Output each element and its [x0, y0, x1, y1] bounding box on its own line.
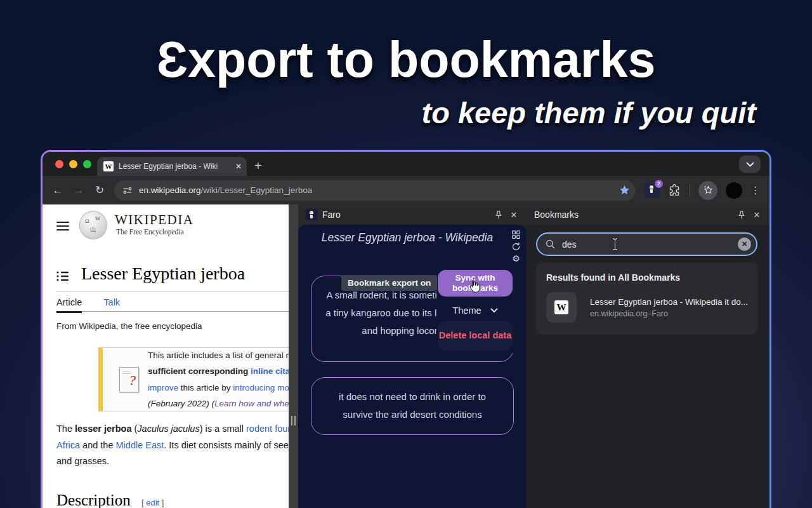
delete-local-data-button[interactable]: Delete local data [438, 321, 513, 351]
result-title: Lesser Egyptian jerboa - Wikipedia it do… [590, 297, 747, 307]
result-favicon-tile: W [546, 292, 577, 323]
faro-toolbar: ⚙ [511, 230, 521, 263]
chevron-down-icon [490, 308, 498, 313]
forward-button[interactable]: → [72, 184, 85, 197]
ibeam-cursor-icon [612, 237, 619, 251]
profile-avatar[interactable] [726, 182, 742, 199]
edit-section-link[interactable]: [ edit ] [141, 498, 164, 507]
zoom-window-button[interactable] [83, 160, 91, 168]
search-icon [545, 239, 556, 250]
tab-list-chevron-button[interactable] [739, 156, 761, 173]
site-info-icon[interactable] [122, 185, 133, 196]
wikipedia-page: ΩW山 WIKIPEDIA The Free Encyclopedia Less… [43, 204, 289, 508]
notice-text: This article includes a list of general … [148, 347, 289, 412]
tab-strip: W Lesser Egyptian jerboa - Wiki ✕ + [43, 152, 769, 176]
sync-refresh-icon[interactable] [511, 242, 521, 251]
bookmarks-panel-title: Bookmarks [534, 210, 731, 220]
article-title: Lesser Egyptian jerboa [81, 264, 245, 284]
bookmarks-panel-header: Bookmarks ✕ [527, 204, 769, 225]
pin-icon[interactable] [494, 210, 504, 220]
contents-list-icon[interactable] [56, 271, 69, 282]
bookmark-result-item[interactable]: W Lesser Egyptian jerboa - Wikipedia it … [546, 292, 747, 323]
bookmarks-panel-body: des ✕ Results found in All Bookmarks W L… [527, 225, 769, 508]
wikipedia-wordmark[interactable]: WIKIPEDIA [115, 212, 193, 228]
faro-panel-title: Faro [322, 210, 488, 220]
back-button[interactable]: ← [51, 184, 64, 197]
article-lead-paragraph: The lesser jerboa (Jaculus jaculus) is a… [56, 421, 289, 470]
minimize-window-button[interactable] [69, 160, 77, 168]
browser-menu-button[interactable]: ⋮ [750, 184, 761, 196]
side-panel-resize-divider[interactable] [289, 204, 298, 508]
settings-gear-icon[interactable]: ⚙ [512, 254, 520, 263]
wikipedia-tagline: The Free Encyclopedia [116, 228, 184, 236]
faro-extension-icon[interactable]: 2 [644, 182, 660, 198]
faro-page-title: Lesser Egyptian jerboa - Wikipedia [321, 229, 494, 246]
extensions-puzzle-icon[interactable] [668, 184, 681, 197]
faro-app-icon [306, 209, 317, 220]
search-value: des [562, 239, 731, 250]
extension-badge: 2 [655, 180, 663, 188]
hand-cursor-icon [467, 279, 481, 294]
browser-tab[interactable]: W Lesser Egyptian jerboa - Wiki ✕ [97, 157, 247, 176]
close-panel-icon[interactable]: ✕ [752, 210, 762, 220]
clear-search-button[interactable]: ✕ [738, 237, 751, 251]
close-window-button[interactable] [55, 160, 63, 168]
url-text: en.wikipedia.org/wiki/Lesser_Egyptian_je… [139, 185, 312, 195]
new-tab-button[interactable]: + [254, 157, 262, 175]
toolbar-separator [690, 184, 690, 197]
side-panel-star-button[interactable] [698, 181, 717, 200]
theme-menu-item[interactable]: Theme [436, 303, 514, 318]
tab-close-icon[interactable]: ✕ [235, 162, 242, 171]
wikipedia-favicon-icon: W [103, 161, 114, 171]
results-heading: Results found in All Bookmarks [546, 272, 747, 283]
wikipedia-favicon-icon: W [554, 300, 568, 314]
cards-grid-icon[interactable] [511, 230, 521, 239]
pin-icon[interactable] [737, 210, 747, 220]
tab-article[interactable]: Article [56, 297, 82, 313]
traffic-lights [55, 160, 91, 168]
bookmarks-search-input[interactable]: des ✕ [536, 232, 757, 256]
section-heading: Description [56, 491, 131, 508]
bookmarks-side-panel: Bookmarks ✕ des ✕ Results found in All B… [527, 204, 769, 508]
hero-title: Ɛxport to bookmarks [0, 30, 812, 89]
close-panel-icon[interactable]: ✕ [509, 210, 519, 220]
faro-panel-header: Faro ✕ [298, 204, 527, 225]
heading-rule [56, 291, 289, 292]
note-card[interactable]: it does not need to drink in order to su… [311, 377, 514, 435]
tab-talk[interactable]: Talk [103, 297, 120, 311]
question-mark-document-icon: ? [119, 367, 139, 392]
lighthouse-icon [650, 185, 653, 193]
search-results-card: Results found in All Bookmarks W Lesser … [536, 263, 757, 335]
citation-notice-box: ? This article includes a list of genera… [98, 347, 289, 411]
sparkle-star-icon [703, 185, 714, 196]
browser-window: W Lesser Egyptian jerboa - Wiki ✕ + ← → … [41, 150, 771, 508]
hero-subtitle: to keep them if you quit [422, 95, 756, 130]
reload-button[interactable]: ↻ [93, 184, 106, 197]
bookmark-star-icon[interactable] [619, 184, 631, 196]
hamburger-menu-icon[interactable] [56, 222, 69, 231]
result-url: en.wikipedia.org–Faro [590, 309, 747, 318]
faro-panel-body: Lesser Egyptian jerboa - Wikipedia ⚙ A s… [298, 225, 527, 508]
wikipedia-globe-logo[interactable]: ΩW山 [79, 211, 107, 239]
chevron-down-icon [746, 162, 754, 167]
bookmark-export-tooltip: Bookmark export on [341, 275, 437, 291]
browser-toolbar: ← → ↻ en.wikipedia.org/wiki/Lesser_Egypt… [43, 176, 769, 204]
tab-title: Lesser Egyptian jerboa - Wiki [119, 162, 230, 171]
from-wikipedia-line: From Wikipedia, the free encyclopedia [56, 321, 202, 331]
faro-side-panel: Faro ✕ Lesser Egyptian jerboa - Wikipedi… [298, 204, 527, 508]
address-bar[interactable]: en.wikipedia.org/wiki/Lesser_Egyptian_je… [114, 180, 636, 201]
article-tabs: Article Talk [56, 297, 289, 312]
resize-handle[interactable] [291, 416, 296, 425]
